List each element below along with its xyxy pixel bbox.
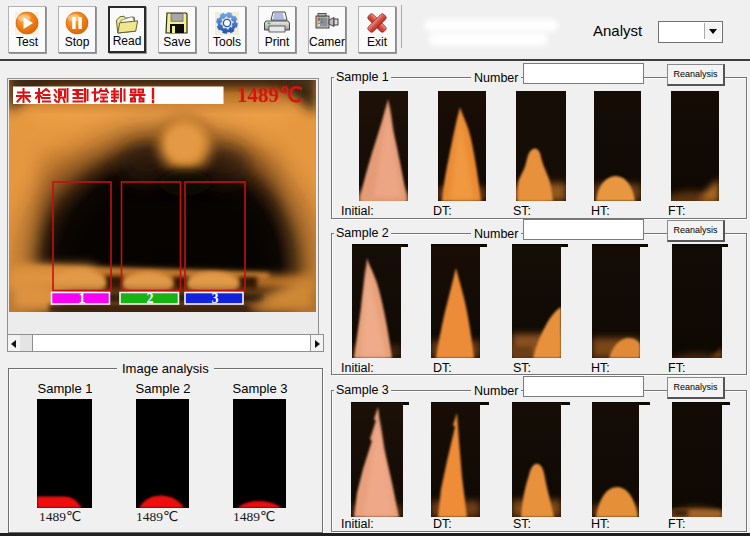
svg-text:1: 1 [79, 291, 86, 306]
svg-text:2: 2 [147, 291, 154, 306]
svg-text:3: 3 [212, 291, 219, 306]
